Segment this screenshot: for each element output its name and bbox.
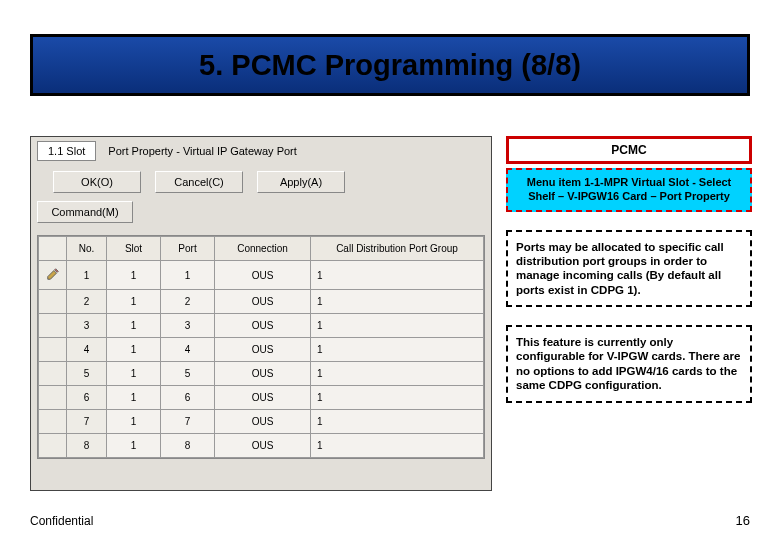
command-button[interactable]: Command(M) bbox=[37, 201, 133, 223]
row-handle[interactable] bbox=[39, 386, 67, 410]
table-row[interactable]: 313OUS1 bbox=[39, 314, 484, 338]
table-row[interactable]: 515OUS1 bbox=[39, 362, 484, 386]
row-handle[interactable] bbox=[39, 261, 67, 290]
col-connection[interactable]: Connection bbox=[215, 237, 311, 261]
cell-cdpg[interactable]: 1 bbox=[311, 434, 484, 458]
table-row[interactable]: 717OUS1 bbox=[39, 410, 484, 434]
col-no[interactable]: No. bbox=[67, 237, 107, 261]
cell-no: 4 bbox=[67, 338, 107, 362]
cell-cdpg[interactable]: 1 bbox=[311, 314, 484, 338]
cell-port: 1 bbox=[161, 261, 215, 290]
pcmc-label: PCMC bbox=[506, 136, 752, 164]
row-handle[interactable] bbox=[39, 362, 67, 386]
footer-confidential: Confidential bbox=[30, 514, 93, 528]
cell-slot: 1 bbox=[107, 434, 161, 458]
cell-cdpg[interactable]: 1 bbox=[311, 362, 484, 386]
cell-slot: 1 bbox=[107, 290, 161, 314]
menu-path-note: Menu item 1-1-MPR Virtual Slot - Select … bbox=[506, 168, 752, 212]
cancel-button[interactable]: Cancel(C) bbox=[155, 171, 243, 193]
row-handle-header bbox=[39, 237, 67, 261]
col-cdpg[interactable]: Call Distribution Port Group bbox=[311, 237, 484, 261]
row-handle[interactable] bbox=[39, 434, 67, 458]
table-row[interactable]: 616OUS1 bbox=[39, 386, 484, 410]
cell-connection[interactable]: OUS bbox=[215, 314, 311, 338]
port-property-window: 1.1 Slot Port Property - Virtual IP Gate… bbox=[30, 136, 492, 491]
cell-slot: 1 bbox=[107, 314, 161, 338]
cell-no: 6 bbox=[67, 386, 107, 410]
row-handle[interactable] bbox=[39, 410, 67, 434]
cell-slot: 1 bbox=[107, 386, 161, 410]
edit-icon bbox=[46, 267, 60, 281]
cell-no: 2 bbox=[67, 290, 107, 314]
cell-connection[interactable]: OUS bbox=[215, 338, 311, 362]
cell-no: 5 bbox=[67, 362, 107, 386]
ok-button[interactable]: OK(O) bbox=[53, 171, 141, 193]
cell-cdpg[interactable]: 1 bbox=[311, 290, 484, 314]
page-number: 16 bbox=[736, 513, 750, 528]
row-handle[interactable] bbox=[39, 314, 67, 338]
cell-slot: 1 bbox=[107, 261, 161, 290]
cell-port: 2 bbox=[161, 290, 215, 314]
cell-no: 8 bbox=[67, 434, 107, 458]
row-handle[interactable] bbox=[39, 290, 67, 314]
cell-connection[interactable]: OUS bbox=[215, 261, 311, 290]
cell-no: 3 bbox=[67, 314, 107, 338]
window-title: Port Property - Virtual IP Gateway Port bbox=[104, 145, 485, 157]
table-row[interactable]: 111OUS1 bbox=[39, 261, 484, 290]
cell-no: 1 bbox=[67, 261, 107, 290]
cell-slot: 1 bbox=[107, 410, 161, 434]
page-title-text: 5. PCMC Programming (8/8) bbox=[199, 49, 581, 82]
port-table: No. Slot Port Connection Call Distributi… bbox=[37, 235, 485, 459]
table-row[interactable]: 414OUS1 bbox=[39, 338, 484, 362]
cell-slot: 1 bbox=[107, 362, 161, 386]
cell-connection[interactable]: OUS bbox=[215, 290, 311, 314]
cell-port: 8 bbox=[161, 434, 215, 458]
cell-cdpg[interactable]: 1 bbox=[311, 410, 484, 434]
note-allocation: Ports may be allocated to specific call … bbox=[506, 230, 752, 308]
cell-port: 6 bbox=[161, 386, 215, 410]
cell-connection[interactable]: OUS bbox=[215, 386, 311, 410]
cell-cdpg[interactable]: 1 bbox=[311, 338, 484, 362]
cell-connection[interactable]: OUS bbox=[215, 362, 311, 386]
cell-port: 7 bbox=[161, 410, 215, 434]
cell-port: 5 bbox=[161, 362, 215, 386]
cell-cdpg[interactable]: 1 bbox=[311, 386, 484, 410]
table-row[interactable]: 212OUS1 bbox=[39, 290, 484, 314]
row-handle[interactable] bbox=[39, 338, 67, 362]
cell-cdpg[interactable]: 1 bbox=[311, 261, 484, 290]
col-slot[interactable]: Slot bbox=[107, 237, 161, 261]
cell-no: 7 bbox=[67, 410, 107, 434]
cell-connection[interactable]: OUS bbox=[215, 434, 311, 458]
cell-slot: 1 bbox=[107, 338, 161, 362]
cell-connection[interactable]: OUS bbox=[215, 410, 311, 434]
note-limitation: This feature is currently only configura… bbox=[506, 325, 752, 403]
cell-port: 3 bbox=[161, 314, 215, 338]
apply-button[interactable]: Apply(A) bbox=[257, 171, 345, 193]
col-port[interactable]: Port bbox=[161, 237, 215, 261]
table-header-row: No. Slot Port Connection Call Distributi… bbox=[39, 237, 484, 261]
table-row[interactable]: 818OUS1 bbox=[39, 434, 484, 458]
slot-indicator: 1.1 Slot bbox=[37, 141, 96, 161]
page-title: 5. PCMC Programming (8/8) bbox=[30, 34, 750, 96]
cell-port: 4 bbox=[161, 338, 215, 362]
